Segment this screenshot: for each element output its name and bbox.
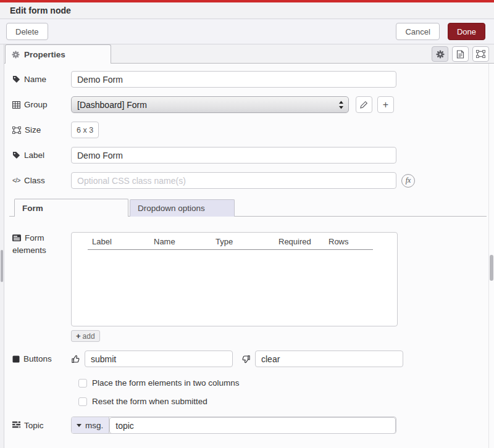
thumbs-down-icon bbox=[233, 354, 251, 364]
doc-icon bbox=[456, 50, 464, 59]
name-input[interactable] bbox=[71, 71, 396, 88]
label-row: Label bbox=[12, 147, 494, 164]
square-icon bbox=[12, 355, 20, 363]
two-columns-checkbox-label[interactable]: Place the form elements in two columns bbox=[92, 378, 240, 388]
chevron-down-icon bbox=[77, 424, 82, 427]
cancel-button[interactable]: Cancel bbox=[396, 23, 439, 40]
delete-button[interactable]: Delete bbox=[6, 23, 48, 40]
label-label: Label bbox=[12, 151, 71, 160]
table-icon bbox=[12, 101, 20, 109]
size-row: Size 6 x 3 bbox=[12, 122, 494, 138]
clear-button-label-input[interactable] bbox=[255, 351, 403, 367]
tag-icon bbox=[12, 75, 20, 83]
select-arrows-icon bbox=[338, 101, 344, 109]
reset-form-checkbox-label[interactable]: Reset the form when submitted bbox=[92, 397, 207, 406]
buttons-row: Buttons bbox=[12, 351, 494, 367]
submit-button-label-input[interactable] bbox=[85, 351, 233, 367]
group-row: Group [Dashboard] Form bbox=[12, 96, 494, 113]
class-input[interactable] bbox=[71, 172, 396, 189]
topic-typed-input: msg. bbox=[71, 417, 396, 434]
topic-label: Topic bbox=[12, 421, 71, 430]
appearance-button[interactable] bbox=[472, 46, 489, 62]
name-label: Name bbox=[12, 75, 71, 84]
form-elements-header: Label Name Type Required Rows bbox=[72, 233, 397, 249]
column-header-rows: Rows bbox=[329, 237, 349, 246]
tray-resize-handle[interactable] bbox=[0, 44, 4, 448]
class-label: </> Class bbox=[12, 176, 71, 185]
column-header-type: Type bbox=[216, 237, 233, 246]
topic-type-label: msg. bbox=[85, 421, 103, 430]
subtab-dropdown-options[interactable]: Dropdown options bbox=[130, 199, 235, 217]
editor-tab-bar: Properties bbox=[0, 44, 494, 64]
thumbs-up-icon bbox=[71, 354, 80, 364]
tab-properties[interactable]: Properties bbox=[5, 44, 111, 64]
done-button[interactable]: Done bbox=[448, 23, 485, 40]
header-divider bbox=[88, 249, 373, 250]
properties-gear-button[interactable] bbox=[432, 46, 448, 62]
group-label: Group bbox=[12, 100, 71, 109]
description-button[interactable] bbox=[452, 46, 469, 62]
pencil-icon bbox=[360, 101, 368, 109]
dialog-header: Edit form node bbox=[0, 2, 494, 19]
column-header-label: Label bbox=[92, 237, 112, 246]
subtab-form[interactable]: Form bbox=[14, 199, 128, 217]
form-elements-list[interactable]: Label Name Type Required Rows bbox=[71, 232, 398, 326]
code-icon: </> bbox=[12, 177, 20, 184]
tag-icon bbox=[12, 151, 20, 159]
topic-type-select[interactable]: msg. bbox=[72, 417, 109, 433]
tab-properties-label: Properties bbox=[24, 50, 65, 59]
column-header-required: Required bbox=[278, 237, 311, 246]
plus-icon: + bbox=[383, 100, 388, 110]
size-button[interactable]: 6 x 3 bbox=[71, 122, 99, 138]
form-widget-icon bbox=[12, 234, 21, 241]
tray-resize-grip[interactable] bbox=[1, 250, 3, 282]
gear-icon bbox=[12, 51, 20, 59]
plus-icon: + bbox=[76, 331, 81, 341]
editor-icon-buttons bbox=[432, 46, 489, 62]
form-elements-label: Form elements bbox=[12, 232, 71, 256]
topic-row: Topic msg. bbox=[12, 417, 494, 434]
edit-group-button[interactable] bbox=[356, 96, 372, 113]
object-group-icon bbox=[12, 127, 21, 134]
scrollbar-thumb[interactable] bbox=[490, 255, 493, 281]
column-header-name: Name bbox=[154, 237, 175, 246]
class-row: </> Class fx bbox=[12, 172, 494, 189]
form-elements-row: Form elements Label Name Type Required R… bbox=[12, 232, 494, 342]
two-columns-checkbox-row: Place the form elements in two columns bbox=[78, 378, 494, 388]
vertical-scrollbar[interactable] bbox=[488, 64, 494, 448]
reset-form-checkbox[interactable] bbox=[78, 397, 87, 406]
appearance-icon bbox=[476, 50, 485, 58]
properties-panel: Name Group [Dashboard] Form bbox=[0, 64, 494, 434]
reset-form-checkbox-row: Reset the form when submitted bbox=[78, 397, 494, 406]
tasks-icon bbox=[12, 421, 20, 429]
dialog-toolbar: Delete Cancel Done bbox=[0, 19, 494, 44]
size-label: Size bbox=[12, 125, 71, 135]
group-select-value: [Dashboard] Form bbox=[77, 100, 147, 110]
edit-form-node-dialog: Edit form node Delete Cancel Done bbox=[0, 0, 494, 448]
two-columns-checkbox[interactable] bbox=[78, 379, 87, 388]
label-input[interactable] bbox=[71, 147, 396, 164]
group-select[interactable]: [Dashboard] Form bbox=[71, 96, 349, 113]
name-row: Name bbox=[12, 71, 494, 88]
add-element-button[interactable]: + add bbox=[71, 330, 100, 342]
form-subtabs: Form Dropdown options bbox=[9, 199, 487, 217]
topic-input[interactable] bbox=[109, 417, 396, 434]
dialog-title: Edit form node bbox=[10, 6, 71, 15]
gear-icon bbox=[436, 50, 445, 59]
add-group-button[interactable]: + bbox=[377, 96, 394, 113]
fx-badge: fx bbox=[401, 174, 415, 188]
buttons-label: Buttons bbox=[12, 354, 71, 363]
